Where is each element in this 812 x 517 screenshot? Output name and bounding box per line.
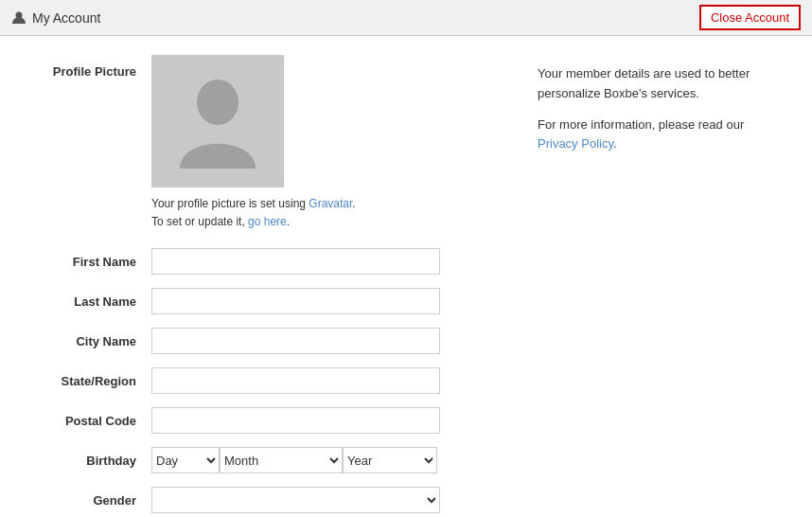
info-text-2-end: . (613, 136, 617, 151)
profile-picture-row: Profile Picture Your profile picture is … (28, 55, 509, 231)
profile-picture-content: Your profile picture is set using Gravat… (151, 55, 356, 231)
user-icon (11, 10, 26, 26)
birthday-year-select[interactable]: Year202620252024202320222021202020192018… (343, 447, 437, 473)
profile-caption: Your profile picture is set using Gravat… (151, 195, 356, 231)
caption-period-2: . (287, 215, 290, 228)
city-name-input[interactable] (151, 328, 440, 354)
main-content: Profile Picture Your profile picture is … (0, 36, 812, 517)
header: My Account Close Account (0, 0, 812, 36)
city-name-label: City Name (28, 334, 151, 348)
privacy-policy-link[interactable]: Privacy Policy (538, 136, 613, 151)
close-account-button[interactable]: Close Account (699, 5, 801, 30)
birthday-month-select[interactable]: MonthJanuaryFebruaryMarchAprilMayJuneJul… (220, 447, 343, 473)
birthday-inputs: Day1234567891011121314151617181920212223… (151, 447, 437, 473)
page-title: My Account (32, 10, 100, 26)
state-region-input[interactable] (151, 367, 440, 394)
last-name-row: Last Name (28, 288, 509, 314)
state-region-row: State/Region (28, 367, 509, 394)
city-name-row: City Name (28, 328, 509, 354)
first-name-label: First Name (28, 255, 151, 269)
postal-code-row: Postal Code (28, 407, 509, 434)
avatar (151, 55, 284, 187)
last-name-input[interactable] (151, 288, 440, 314)
last-name-label: Last Name (28, 294, 151, 309)
birthday-label: Birthday (28, 454, 151, 468)
first-name-row: First Name (28, 248, 509, 275)
header-title-area: My Account (11, 10, 100, 26)
go-here-link[interactable]: go here (248, 215, 287, 228)
info-text-2: For more information, please read our Pr… (538, 116, 784, 155)
gender-label: Gender (28, 493, 151, 508)
form-area: Profile Picture Your profile picture is … (28, 55, 509, 517)
caption-text-2: To set or update it, (151, 215, 248, 228)
caption-period: . (352, 197, 355, 210)
birthday-day-select[interactable]: Day1234567891011121314151617181920212223… (151, 447, 220, 473)
gravatar-link[interactable]: Gravatar (309, 197, 352, 210)
profile-picture-label: Profile Picture (28, 55, 151, 79)
info-text-2-prefix: For more information, please read our (538, 117, 744, 132)
info-text-1: Your member details are used to better p… (538, 64, 784, 104)
info-panel: Your member details are used to better p… (538, 55, 784, 517)
first-name-input[interactable] (151, 248, 440, 275)
postal-code-label: Postal Code (28, 414, 151, 428)
birthday-row: Birthday Day1234567891011121314151617181… (28, 447, 509, 473)
postal-code-input[interactable] (151, 407, 440, 434)
caption-text-1: Your profile picture is set using (151, 197, 309, 210)
gender-select[interactable]: MaleFemaleOtherPrefer not to say (151, 487, 440, 513)
state-region-label: State/Region (28, 374, 151, 388)
svg-point-1 (197, 80, 238, 125)
gender-row: Gender MaleFemaleOtherPrefer not to say (28, 487, 509, 513)
